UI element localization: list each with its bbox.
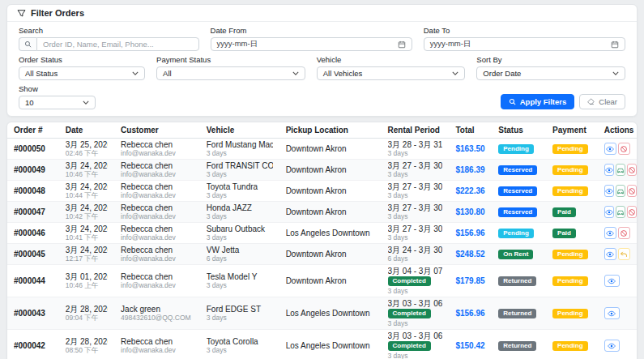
pickup-cell: Downtown Akron (279, 181, 382, 202)
actions-cell (598, 244, 637, 265)
pickup-cell: Downtown Akron (279, 244, 382, 265)
status-cell: Reserved (492, 160, 546, 181)
table-row: #0000483月 24, 202610:44 下午Rebecca chenin… (7, 181, 637, 202)
order-status-select[interactable]: All Status (19, 66, 145, 80)
sort-by-select[interactable]: Order Date (476, 66, 625, 80)
order-id-cell: #000042 (7, 330, 59, 359)
order-total: $186.39 (455, 165, 485, 174)
vehicle-duration: 6 days (207, 254, 273, 263)
chevron-down-icon (83, 100, 89, 105)
eye-icon (605, 187, 613, 195)
filter-panel-header: Filter Orders (7, 5, 637, 22)
pickup-location: Los Angeles Downtown (286, 309, 375, 318)
view-button[interactable] (604, 275, 620, 287)
pickup-cell: Downtown Akron (279, 202, 382, 223)
view-button[interactable] (604, 164, 614, 176)
payment-badge: Pending (552, 250, 588, 259)
customer-cell: Jack green498432610@QQ.COM (114, 297, 200, 330)
order-total: $248.52 (455, 250, 485, 259)
actions-cell (598, 297, 637, 330)
cancel-button[interactable] (627, 206, 637, 218)
cancel-button[interactable] (627, 185, 637, 197)
vehicle-select[interactable]: All Vehicles (317, 66, 466, 80)
rental-period: 3月 27 - 3月 30 (388, 182, 443, 191)
eye-icon (608, 310, 616, 318)
order-date: 3月 24, 2026 (66, 224, 108, 233)
rental-days: 3 days (388, 212, 443, 220)
filter-icon (17, 9, 26, 18)
order-id-cell: #000050 (7, 139, 59, 160)
date-cell: 3月 24, 202610:44 下午 (59, 181, 114, 202)
view-button[interactable] (604, 143, 616, 155)
ban-icon (620, 145, 628, 153)
vehicle-cell: Toyota Tundra3 days (200, 181, 279, 202)
status-badge: On Rent (498, 250, 533, 259)
view-button[interactable] (604, 248, 616, 260)
pickup-cell: Los Angeles Downtown (279, 330, 382, 359)
date-from-input[interactable]: yyyy-mm-日 (211, 37, 412, 51)
chevron-down-icon (292, 71, 299, 75)
pickup-button[interactable] (616, 206, 625, 218)
order-total: $163.50 (455, 144, 485, 153)
column-header: Date (59, 122, 114, 139)
search-icon (509, 98, 516, 105)
date-cell: 3月 24, 202610:41 下午 (59, 223, 114, 244)
payment-badge: Paid (552, 207, 576, 217)
order-status-value: All Status (25, 69, 58, 78)
pickup-button[interactable] (616, 185, 625, 197)
cancel-button[interactable] (627, 164, 637, 176)
customer-contact: info@wanaka.dev (121, 170, 194, 178)
rental-period: 3月 03 - 3月 06 (388, 299, 443, 308)
vehicle-name: Honda JAZZ (207, 203, 273, 212)
filter-form: Search Date From yyyy-mm-日 (7, 22, 637, 116)
status-badge: Pending (498, 144, 534, 154)
date-cell: 3月 24, 202610:42 下午 (59, 202, 114, 223)
customer-contact: info@wanaka.dev (121, 212, 194, 220)
view-button[interactable] (604, 206, 614, 218)
order-date: 3月 25, 2026 (66, 140, 108, 149)
pickup-button[interactable] (616, 164, 625, 176)
date-from-value: yyyy-mm-日 (217, 39, 258, 49)
date-to-input[interactable]: yyyy-mm-日 (424, 37, 625, 51)
show-select[interactable]: 10 (19, 96, 96, 109)
customer-name: Rebecca chen (121, 182, 194, 191)
total-cell: $156.96 (449, 223, 492, 244)
view-button[interactable] (604, 227, 616, 239)
payment-cell: Paid (546, 202, 598, 223)
apply-filters-label: Apply Filters (520, 97, 567, 106)
order-time: 10:44 下午 (66, 191, 108, 199)
order-id-cell: #000048 (7, 181, 59, 202)
column-header: Actions (598, 122, 637, 139)
payment-status-select[interactable]: All (156, 66, 305, 80)
search-input[interactable] (36, 37, 199, 51)
order-time: 10:46 下午 (66, 170, 108, 178)
payment-badge: Paid (552, 229, 576, 238)
vehicle-cell: Ford Mustang Mach-E3 days (200, 139, 279, 160)
order-time: 10:42 下午 (66, 212, 108, 220)
action-buttons (604, 248, 630, 260)
clear-button[interactable]: Clear (579, 94, 625, 109)
eye-icon (608, 342, 616, 350)
date-cell: 3月 01, 202610:46 上午 (59, 265, 114, 297)
view-button[interactable] (604, 307, 620, 319)
column-header: Status (492, 122, 546, 139)
ban-icon (620, 229, 628, 237)
apply-filters-button[interactable]: Apply Filters (501, 94, 575, 109)
payment-cell: Pending (546, 330, 598, 359)
cancel-button[interactable] (618, 143, 630, 155)
order-total: $150.42 (455, 341, 485, 350)
return-button[interactable] (618, 248, 630, 260)
cancel-button[interactable] (618, 227, 630, 239)
eye-icon (605, 208, 613, 216)
view-button[interactable] (604, 340, 620, 352)
table-row: #0000432月 28, 202609:04 下午Jack green4984… (7, 297, 637, 330)
rental-period-cell: 3月 03 - 3月 06Completed3 days (382, 297, 450, 330)
chevron-down-icon (132, 71, 139, 75)
rental-period-cell: 3月 03 - 3月 06Completed3 days (382, 330, 450, 359)
pickup-location: Downtown Akron (286, 144, 375, 153)
actions-cell (598, 181, 637, 202)
view-button[interactable] (604, 185, 614, 197)
status-cell: Returned (492, 265, 546, 297)
action-buttons (604, 185, 630, 197)
vehicle-cell: Subaru Outback3 days (200, 223, 279, 244)
